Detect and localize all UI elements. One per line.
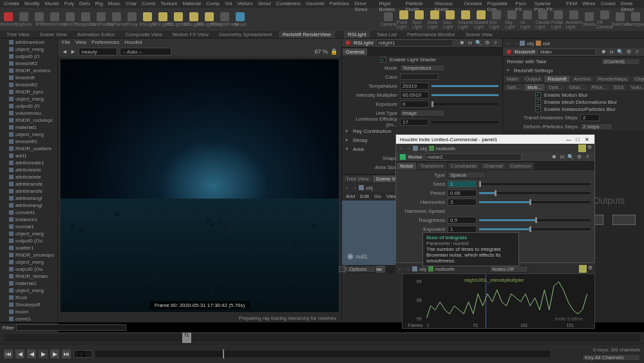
tab-glob...[interactable]: Glob... [566,84,588,91]
tree-item[interactable]: output0 (Ou [0,237,57,244]
seed-slider[interactable] [479,183,591,185]
nav-fwd-icon[interactable]: ► [70,48,76,55]
menu-file[interactable]: File [62,39,70,46]
menu-drive simul[interactable]: Drive Simul [354,1,374,7]
tree-item[interactable]: object_merg [0,46,57,53]
lum-eff-slider[interactable] [431,121,498,123]
tree-item[interactable]: object_merg [0,131,57,138]
tree-item[interactable]: RNDR_smokepu [0,251,57,259]
exponent-slider[interactable] [479,228,591,230]
shelf-distant light[interactable]: Distant Light [474,10,488,29]
nav-back-icon[interactable]: ◄ [62,48,68,55]
camera-dropdown[interactable] [120,48,171,55]
menu-model[interactable]: Model [45,1,59,7]
tree-item[interactable]: timeshift2 [0,81,57,88]
toggle-icon[interactable] [339,266,345,272]
harmonics-slider[interactable] [479,201,591,203]
menu-houdini[interactable]: Houdini [124,39,142,46]
search-icon[interactable]: 🔍 [475,40,482,46]
unit-type-dropdown[interactable]: Image [400,110,445,117]
menu-defo[interactable]: Defo [79,1,90,7]
tree-item[interactable]: object_merg [0,259,57,266]
menu-view[interactable]: View [75,39,86,46]
shelf-geo light[interactable]: Geo Light [443,10,457,29]
tree-item[interactable]: normal1 [0,223,57,230]
tab-channel[interactable]: Channel [480,162,506,170]
tree-item[interactable]: material1 [0,124,57,131]
tab-sett...[interactable]: Sett... [504,84,524,91]
menu-wires[interactable]: Wires [582,1,595,7]
shelf-objparms[interactable]: ObjParms [109,10,124,29]
menu-crowd[interactable]: Crowd [601,1,616,7]
help-icon[interactable]: ? [634,49,640,55]
lum-eff-field[interactable] [400,119,429,126]
temperature-field[interactable] [400,83,429,90]
gear-icon[interactable]: ⚙ [625,49,632,55]
tab-moti...[interactable]: Moti... [524,84,545,91]
transf-steps-field[interactable] [580,114,600,121]
tree-item[interactable]: timeshift [0,74,57,81]
menu-geomet[interactable]: Geomet [306,1,324,7]
menu-char[interactable]: Char [126,1,137,7]
tab-phot...[interactable]: Phot... [589,84,610,91]
nav-fwd-icon[interactable]: → [513,41,518,46]
timeline-scrubber[interactable]: 71 [0,332,644,344]
menu-populate con[interactable]: Populate Con [487,1,510,7]
gear-icon[interactable]: ⚙ [587,144,592,152]
section-decay[interactable]: Decay [353,137,368,143]
section-ray[interactable]: Ray Contribution [353,128,392,134]
intensity-mult-slider[interactable] [431,94,498,96]
shelf-about[interactable]: About [233,10,247,29]
pin-icon[interactable] [579,265,587,273]
menu-musc[interactable]: Musc [108,1,120,7]
tab-rendermaps[interactable]: RenderMaps [594,75,630,83]
tab-transform[interactable]: Transform [417,162,446,170]
period-field[interactable] [448,190,477,197]
nav-back-icon[interactable]: ← [345,185,350,191]
minimize-icon[interactable]: — [565,137,573,142]
shelf-caustic light[interactable]: Caustic Light [536,10,550,29]
exposure-slider[interactable] [431,103,498,105]
shelf-vr camera[interactable]: VR Camera [598,10,612,29]
node-name-field[interactable] [425,153,522,161]
window-titlebar[interactable]: Houdini Indie Limited-Commercial - panel… [396,135,594,144]
shelf-proxy[interactable]: Proxy [125,10,139,29]
menu-create[interactable]: Create [4,1,19,7]
tree-item[interactable]: attribdelete [0,173,57,181]
node-name-field[interactable] [538,48,596,55]
shelf-env light[interactable]: Env Light [489,10,504,29]
shelf-volume light[interactable]: Volume Light [459,10,473,29]
menu-rig[interactable]: Rig [95,1,103,7]
nav-back-icon[interactable]: ← [398,266,403,272]
tab-main[interactable]: Main [504,75,521,83]
shelf-rslighties[interactable]: RSLightIES [171,10,185,29]
goto-first-icon[interactable]: ⏮ [4,349,13,358]
tree-item[interactable]: scatter1 [0,244,57,251]
home-icon[interactable]: H [609,49,615,55]
tree-item[interactable]: RNDR_rockexpl [0,117,57,124]
menu-particle fluids[interactable]: Particle Fluids [406,1,430,7]
tree-item[interactable]: Rock [0,294,57,301]
goto-last-icon[interactable]: ⏭ [62,349,71,358]
menu-sparse pyro fx[interactable]: Sparse Pyro FX [535,1,562,7]
rop-node[interactable] [612,215,636,225]
shelf-rslightportal[interactable]: RSLightPortal [218,10,232,29]
step-back-icon[interactable]: ◀ [15,349,24,358]
key-all-channels-button[interactable]: Key All Channels [582,354,640,361]
tab-tree-view[interactable]: Tree View [343,175,372,182]
menu-go[interactable]: Go [374,193,381,199]
tree-item[interactable]: object_merg [0,95,57,103]
playhead-marker[interactable]: 71 [182,333,191,343]
current-frame-field[interactable] [73,350,93,358]
tab-performance-monitor[interactable]: Performance Monitor [403,31,459,38]
tree-item[interactable]: timeshift1 [0,138,57,145]
tab-scene-view[interactable]: Scene View [462,31,497,38]
render-viewport[interactable]: Frame 60: 2020-05-31 17:30:42 (5.76s) [61,59,339,312]
menu-rigid bodies[interactable]: Rigid Bodies [379,1,400,7]
menu-drive simul[interactable]: Drive Simul [621,1,640,7]
shelf-rslight[interactable]: RSLight [140,10,155,29]
render-take-dropdown[interactable]: (Current) [601,58,640,65]
shelf-on/off[interactable]: On/Off [63,10,77,29]
menu-material[interactable]: Material [182,1,200,7]
mesh-deform-blur-checkbox[interactable]: ✓ [535,99,541,105]
